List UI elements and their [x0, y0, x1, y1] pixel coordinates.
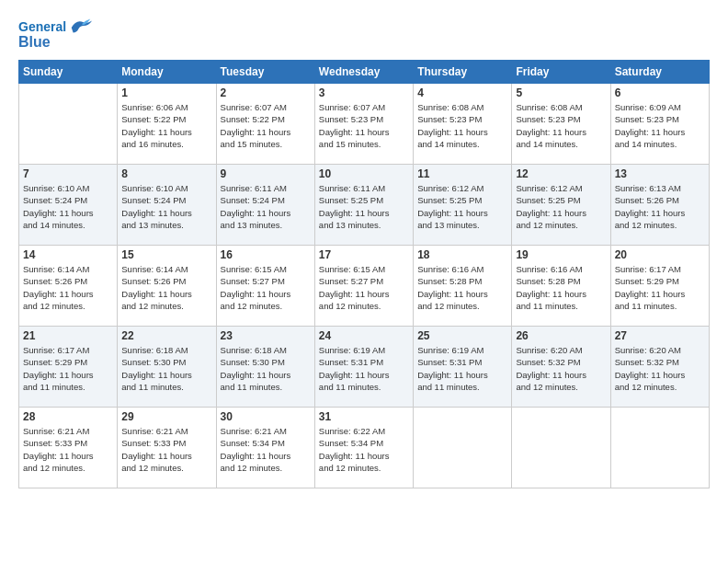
day-info: Sunrise: 6:07 AMSunset: 5:22 PMDaylight:…: [221, 101, 311, 150]
day-number: 24: [319, 329, 409, 342]
day-info: Sunrise: 6:06 AMSunset: 5:22 PMDaylight:…: [121, 101, 211, 150]
day-info: Sunrise: 6:17 AMSunset: 5:29 PMDaylight:…: [23, 344, 113, 393]
day-number: 28: [23, 410, 113, 423]
day-info: Sunrise: 6:10 AMSunset: 5:24 PMDaylight:…: [121, 182, 211, 231]
day-info: Sunrise: 6:12 AMSunset: 5:25 PMDaylight:…: [516, 182, 606, 231]
calendar-cell: 11Sunrise: 6:12 AMSunset: 5:25 PMDayligh…: [414, 165, 512, 246]
day-number: 29: [121, 410, 211, 423]
calendar-cell: [414, 408, 512, 488]
day-info: Sunrise: 6:10 AMSunset: 5:24 PMDaylight:…: [23, 182, 113, 231]
calendar-cell: 2Sunrise: 6:07 AMSunset: 5:22 PMDaylight…: [216, 84, 314, 165]
calendar-header-row: SundayMondayTuesdayWednesdayThursdayFrid…: [19, 61, 710, 84]
day-number: 2: [221, 86, 311, 99]
calendar-cell: 23Sunrise: 6:18 AMSunset: 5:30 PMDayligh…: [216, 327, 314, 408]
calendar-table: SundayMondayTuesdayWednesdayThursdayFrid…: [18, 60, 710, 488]
col-header-sunday: Sunday: [19, 61, 118, 84]
day-info: Sunrise: 6:11 AMSunset: 5:24 PMDaylight:…: [221, 182, 311, 231]
day-number: 20: [615, 248, 705, 261]
day-info: Sunrise: 6:18 AMSunset: 5:30 PMDaylight:…: [121, 344, 211, 393]
calendar-cell: 31Sunrise: 6:22 AMSunset: 5:34 PMDayligh…: [314, 408, 413, 488]
day-info: Sunrise: 6:16 AMSunset: 5:28 PMDaylight:…: [516, 263, 606, 312]
day-number: 17: [319, 248, 409, 261]
day-info: Sunrise: 6:21 AMSunset: 5:33 PMDaylight:…: [23, 425, 113, 474]
day-number: 9: [221, 167, 311, 180]
day-number: 1: [121, 86, 211, 99]
logo-text: General: [18, 19, 66, 35]
day-number: 10: [319, 167, 409, 180]
logo-bird-icon: [68, 17, 94, 37]
calendar-cell: 30Sunrise: 6:21 AMSunset: 5:34 PMDayligh…: [216, 408, 314, 488]
calendar-cell: [610, 408, 709, 488]
col-header-tuesday: Tuesday: [216, 61, 314, 84]
day-number: 8: [121, 167, 211, 180]
day-number: 30: [221, 410, 311, 423]
day-number: 23: [221, 329, 311, 342]
calendar-week-4: 21Sunrise: 6:17 AMSunset: 5:29 PMDayligh…: [19, 327, 710, 408]
col-header-friday: Friday: [512, 61, 610, 84]
day-info: Sunrise: 6:19 AMSunset: 5:31 PMDaylight:…: [319, 344, 409, 393]
day-info: Sunrise: 6:16 AMSunset: 5:28 PMDaylight:…: [417, 263, 507, 312]
calendar-cell: 12Sunrise: 6:12 AMSunset: 5:25 PMDayligh…: [512, 165, 610, 246]
day-info: Sunrise: 6:20 AMSunset: 5:32 PMDaylight:…: [615, 344, 705, 393]
day-number: 13: [615, 167, 705, 180]
calendar-cell: 26Sunrise: 6:20 AMSunset: 5:32 PMDayligh…: [512, 327, 610, 408]
day-info: Sunrise: 6:09 AMSunset: 5:23 PMDaylight:…: [615, 101, 705, 150]
day-number: 3: [319, 86, 409, 99]
calendar-cell: 19Sunrise: 6:16 AMSunset: 5:28 PMDayligh…: [512, 246, 610, 327]
calendar-cell: 16Sunrise: 6:15 AMSunset: 5:27 PMDayligh…: [216, 246, 314, 327]
day-number: 22: [121, 329, 211, 342]
calendar-cell: 15Sunrise: 6:14 AMSunset: 5:26 PMDayligh…: [118, 246, 216, 327]
day-number: 21: [23, 329, 113, 342]
day-info: Sunrise: 6:11 AMSunset: 5:25 PMDaylight:…: [319, 182, 409, 231]
day-number: 15: [121, 248, 211, 261]
calendar-cell: 24Sunrise: 6:19 AMSunset: 5:31 PMDayligh…: [314, 327, 413, 408]
day-info: Sunrise: 6:17 AMSunset: 5:29 PMDaylight:…: [615, 263, 705, 312]
calendar-cell: 8Sunrise: 6:10 AMSunset: 5:24 PMDaylight…: [118, 165, 216, 246]
calendar-cell: 28Sunrise: 6:21 AMSunset: 5:33 PMDayligh…: [19, 408, 118, 488]
calendar-cell: 9Sunrise: 6:11 AMSunset: 5:24 PMDaylight…: [216, 165, 314, 246]
calendar-cell: 6Sunrise: 6:09 AMSunset: 5:23 PMDaylight…: [610, 84, 709, 165]
day-number: 4: [417, 86, 507, 99]
col-header-thursday: Thursday: [414, 61, 512, 84]
day-number: 6: [615, 86, 705, 99]
calendar-cell: 21Sunrise: 6:17 AMSunset: 5:29 PMDayligh…: [19, 327, 118, 408]
day-number: 7: [23, 167, 113, 180]
day-info: Sunrise: 6:19 AMSunset: 5:31 PMDaylight:…: [417, 344, 507, 393]
calendar-cell: 22Sunrise: 6:18 AMSunset: 5:30 PMDayligh…: [118, 327, 216, 408]
col-header-wednesday: Wednesday: [314, 61, 413, 84]
calendar-cell: 20Sunrise: 6:17 AMSunset: 5:29 PMDayligh…: [610, 246, 709, 327]
day-number: 25: [417, 329, 507, 342]
day-info: Sunrise: 6:13 AMSunset: 5:26 PMDaylight:…: [615, 182, 705, 231]
day-number: 11: [417, 167, 507, 180]
calendar-cell: 1Sunrise: 6:06 AMSunset: 5:22 PMDaylight…: [118, 84, 216, 165]
calendar-week-2: 7Sunrise: 6:10 AMSunset: 5:24 PMDaylight…: [19, 165, 710, 246]
day-info: Sunrise: 6:15 AMSunset: 5:27 PMDaylight:…: [221, 263, 311, 312]
day-number: 27: [615, 329, 705, 342]
calendar-cell: 17Sunrise: 6:15 AMSunset: 5:27 PMDayligh…: [314, 246, 413, 327]
logo-text2: Blue: [18, 33, 51, 51]
day-info: Sunrise: 6:08 AMSunset: 5:23 PMDaylight:…: [516, 101, 606, 150]
day-info: Sunrise: 6:07 AMSunset: 5:23 PMDaylight:…: [319, 101, 409, 150]
day-info: Sunrise: 6:21 AMSunset: 5:33 PMDaylight:…: [121, 425, 211, 474]
calendar-week-5: 28Sunrise: 6:21 AMSunset: 5:33 PMDayligh…: [19, 408, 710, 488]
day-info: Sunrise: 6:21 AMSunset: 5:34 PMDaylight:…: [221, 425, 311, 474]
day-info: Sunrise: 6:14 AMSunset: 5:26 PMDaylight:…: [23, 263, 113, 312]
day-info: Sunrise: 6:22 AMSunset: 5:34 PMDaylight:…: [319, 425, 409, 474]
day-info: Sunrise: 6:08 AMSunset: 5:23 PMDaylight:…: [417, 101, 507, 150]
day-number: 5: [516, 86, 606, 99]
day-info: Sunrise: 6:15 AMSunset: 5:27 PMDaylight:…: [319, 263, 409, 312]
calendar-cell: 25Sunrise: 6:19 AMSunset: 5:31 PMDayligh…: [414, 327, 512, 408]
calendar-cell: [512, 408, 610, 488]
calendar-cell: 3Sunrise: 6:07 AMSunset: 5:23 PMDaylight…: [314, 84, 413, 165]
col-header-saturday: Saturday: [610, 61, 709, 84]
calendar-week-1: 1Sunrise: 6:06 AMSunset: 5:22 PMDaylight…: [19, 84, 710, 165]
day-number: 19: [516, 248, 606, 261]
calendar-cell: 14Sunrise: 6:14 AMSunset: 5:26 PMDayligh…: [19, 246, 118, 327]
page: General Blue SundayMondayTuesdayWednesda…: [0, 0, 728, 563]
calendar-cell: 29Sunrise: 6:21 AMSunset: 5:33 PMDayligh…: [118, 408, 216, 488]
day-info: Sunrise: 6:18 AMSunset: 5:30 PMDaylight:…: [221, 344, 311, 393]
day-number: 26: [516, 329, 606, 342]
day-info: Sunrise: 6:20 AMSunset: 5:32 PMDaylight:…: [516, 344, 606, 393]
calendar-cell: 5Sunrise: 6:08 AMSunset: 5:23 PMDaylight…: [512, 84, 610, 165]
day-info: Sunrise: 6:12 AMSunset: 5:25 PMDaylight:…: [417, 182, 507, 231]
